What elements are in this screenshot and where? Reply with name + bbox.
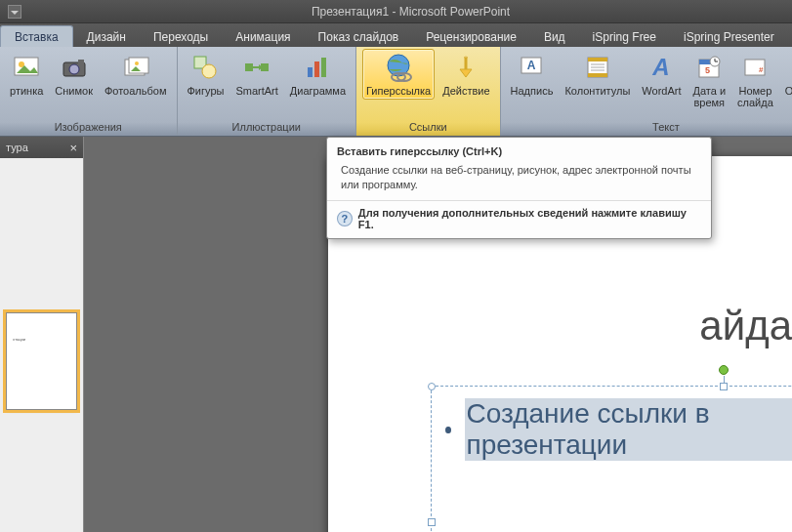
bullet-item[interactable]: Создание ссылки в презентации <box>445 398 792 461</box>
tab-ispring-presenter[interactable]: iSpring Presenter <box>670 26 788 47</box>
svg-rect-23 <box>588 58 607 61</box>
wordart-icon: A <box>646 52 677 83</box>
smartart-icon <box>241 52 272 83</box>
outline-pane-header: тура × <box>0 137 83 158</box>
hyperlink-tooltip: Вставить гиперссылку (Ctrl+K) Создание с… <box>326 137 712 239</box>
shapes-icon <box>189 52 221 83</box>
resize-handle[interactable] <box>428 383 436 390</box>
tooltip-title: Вставить гиперссылку (Ctrl+K) <box>327 138 711 161</box>
picture-button[interactable]: ртинка <box>6 49 47 100</box>
slide-title-text[interactable]: айда <box>699 303 792 349</box>
title-bar: Презентация1 - Microsoft PowerPoint <box>0 0 792 23</box>
camera-icon <box>59 52 90 83</box>
slide-thumbnail[interactable]: нтации <box>6 312 77 410</box>
headerfooter-button[interactable]: Колонтитулы <box>561 49 634 100</box>
wordart-button[interactable]: A WordArt <box>638 49 685 100</box>
screenshot-button[interactable]: Снимок <box>51 49 97 100</box>
textbox-icon: A <box>516 52 547 83</box>
qat-dropdown-icon[interactable] <box>8 5 21 19</box>
hyperlink-button[interactable]: Гиперссылка <box>362 49 435 100</box>
svg-point-9 <box>202 64 216 78</box>
tab-view[interactable]: Вид <box>530 26 579 47</box>
action-button[interactable]: Действие <box>438 49 493 100</box>
svg-text:A: A <box>652 54 670 80</box>
svg-rect-4 <box>78 60 84 63</box>
svg-point-3 <box>69 64 79 74</box>
rotate-handle-icon[interactable] <box>719 365 729 375</box>
resize-handle[interactable] <box>720 383 728 390</box>
outline-pane-title: тура <box>6 142 28 153</box>
ribbon: ртинка Снимок Фотоальбом Изображения Фиг… <box>0 47 792 137</box>
help-icon: ? <box>337 211 353 226</box>
textbox-button[interactable]: A Надпись <box>507 49 558 100</box>
svg-text:A: A <box>527 59 536 72</box>
object-button[interactable]: Объект <box>781 49 792 100</box>
slidenumber-button[interactable]: # Номер слайда <box>733 49 777 111</box>
tooltip-footer: ? Для получения дополнительных сведений … <box>327 200 711 238</box>
group-links-label: Ссылки <box>362 119 494 136</box>
svg-rect-14 <box>314 61 319 77</box>
app-title: Презентация1 - Microsoft PowerPoint <box>29 5 792 19</box>
svg-marker-19 <box>460 69 472 77</box>
svg-text:5: 5 <box>705 65 710 75</box>
group-illustrations-label: Иллюстрации <box>184 119 351 136</box>
shapes-button[interactable]: Фигуры <box>184 49 229 100</box>
svg-text:#: # <box>759 65 764 74</box>
tooltip-body: Создание ссылки на веб-страницу, рисунок… <box>327 161 711 200</box>
ribbon-tabstrip: Вставка Дизайн Переходы Анимация Показ с… <box>0 23 792 47</box>
tab-transitions[interactable]: Переходы <box>140 26 222 47</box>
tab-insert[interactable]: Вставка <box>0 25 73 47</box>
picture-icon <box>11 52 42 83</box>
chart-icon <box>302 52 333 83</box>
tab-animation[interactable]: Анимация <box>222 26 304 47</box>
svg-rect-10 <box>245 63 253 71</box>
svg-rect-13 <box>308 67 313 77</box>
svg-rect-15 <box>321 58 326 77</box>
group-text-label: Текст <box>507 119 792 136</box>
slidenumber-icon: # <box>739 52 771 83</box>
outline-pane[interactable]: тура × нтации <box>0 137 84 532</box>
group-images-label: Изображения <box>6 119 171 136</box>
bullet-icon <box>445 427 451 433</box>
globe-link-icon <box>383 52 414 83</box>
tab-design[interactable]: Дизайн <box>73 26 140 47</box>
smartart-button[interactable]: SmartArt <box>231 49 281 100</box>
group-images: ртинка Снимок Фотоальбом Изображения <box>0 47 178 136</box>
tab-ispring-extra[interactable]: iSp <box>788 26 792 47</box>
group-links: Гиперссылка Действие Ссылки <box>356 47 501 136</box>
svg-rect-24 <box>588 73 607 77</box>
tab-ispring-free[interactable]: iSpring Free <box>579 26 670 47</box>
bullet-text[interactable]: Создание ссылки в презентации <box>465 398 793 461</box>
chart-button[interactable]: Диаграмма <box>286 49 350 100</box>
headerfooter-icon <box>582 52 613 83</box>
photoalbum-icon <box>120 52 151 83</box>
action-icon <box>450 52 481 83</box>
resize-handle[interactable] <box>428 518 436 526</box>
datetime-button[interactable]: 5 Дата и время <box>688 49 729 111</box>
close-icon[interactable]: × <box>69 141 77 155</box>
group-text: A Надпись Колонтитулы A WordArt 5 Дата и… <box>501 47 792 136</box>
group-illustrations: Фигуры SmartArt Диаграмма Иллюстрации <box>178 47 357 136</box>
object-icon <box>787 52 792 83</box>
datetime-icon: 5 <box>693 52 725 83</box>
photoalbum-button[interactable]: Фотоальбом <box>101 49 171 100</box>
tab-review[interactable]: Рецензирование <box>412 26 530 47</box>
tab-slideshow[interactable]: Показ слайдов <box>305 26 413 47</box>
svg-point-7 <box>135 61 139 65</box>
